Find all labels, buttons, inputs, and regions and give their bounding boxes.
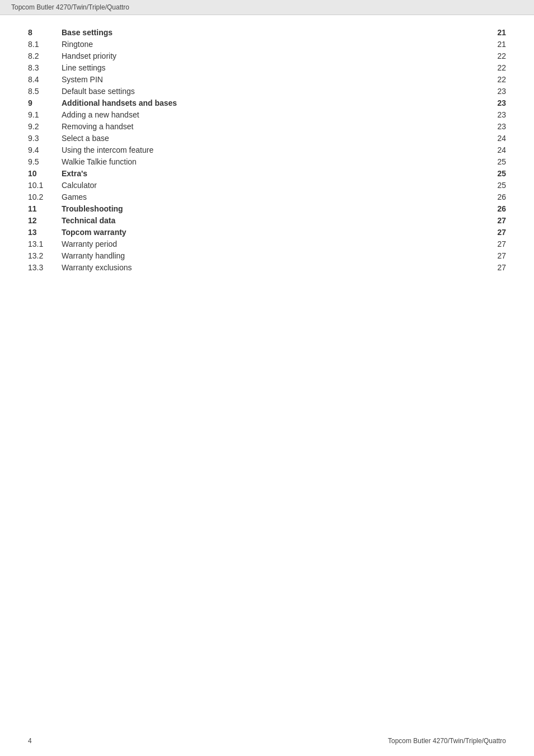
toc-row-number: 9.1	[28, 109, 62, 120]
toc-row-title: System PIN	[62, 73, 484, 85]
toc-row: 13.2Warranty handling27	[28, 250, 506, 261]
toc-row-number: 10.2	[28, 191, 62, 203]
toc-row: 8.1Ringtone21	[28, 38, 506, 50]
toc-row: 10.1Calculator25	[28, 179, 506, 191]
toc-row: 9.5Walkie Talkie function25	[28, 156, 506, 167]
toc-row: 12Technical data27	[28, 214, 506, 226]
toc-row-number: 9.4	[28, 144, 62, 156]
footer-title: Topcom Butler 4270/Twin/Triple/Quattro	[388, 737, 506, 745]
toc-row-number: 13	[28, 226, 62, 238]
toc-row-title: Using the intercom feature	[62, 144, 484, 156]
toc-row-number: 12	[28, 214, 62, 226]
toc-row-title: Base settings	[62, 26, 484, 38]
toc-row-title: Troubleshooting	[62, 203, 484, 214]
toc-row-title: Select a base	[62, 132, 484, 144]
toc-row-title: Games	[62, 191, 484, 203]
toc-row-page: 22	[484, 73, 506, 85]
toc-row-title: Warranty exclusions	[62, 261, 484, 273]
toc-row: 10.2Games26	[28, 191, 506, 203]
toc-row-page: 25	[484, 167, 506, 179]
toc-row-title: Warranty period	[62, 238, 484, 250]
toc-row-title: Topcom warranty	[62, 226, 484, 238]
toc-row: 11Troubleshooting26	[28, 203, 506, 214]
toc-row-page: 22	[484, 50, 506, 62]
toc-row-title: Removing a handset	[62, 120, 484, 132]
toc-row-number: 13.3	[28, 261, 62, 273]
toc-row-page: 23	[484, 120, 506, 132]
toc-row-page: 27	[484, 250, 506, 261]
toc-row-page: 23	[484, 97, 506, 109]
toc-row: 8Base settings21	[28, 26, 506, 38]
toc-row: 13.3Warranty exclusions27	[28, 261, 506, 273]
toc-row-page: 24	[484, 144, 506, 156]
toc-row-number: 9.3	[28, 132, 62, 144]
toc-row-number: 8.4	[28, 73, 62, 85]
toc-row-page: 27	[484, 214, 506, 226]
toc-row-page: 21	[484, 26, 506, 38]
toc-row: 13.1Warranty period27	[28, 238, 506, 250]
toc-row-number: 11	[28, 203, 62, 214]
toc-row-title: Default base settings	[62, 85, 484, 97]
toc-row-page: 26	[484, 203, 506, 214]
toc-row-page: 21	[484, 38, 506, 50]
toc-row-title: Ringtone	[62, 38, 484, 50]
toc-row-number: 13.1	[28, 238, 62, 250]
toc-row-title: Handset priority	[62, 50, 484, 62]
toc-row: 8.2Handset priority22	[28, 50, 506, 62]
footer: 4 Topcom Butler 4270/Twin/Triple/Quattro	[0, 737, 534, 745]
toc-row: 8.3Line settings22	[28, 62, 506, 73]
header-title: Topcom Butler 4270/Twin/Triple/Quattro	[11, 3, 129, 11]
toc-row-number: 13.2	[28, 250, 62, 261]
toc-row-page: 23	[484, 109, 506, 120]
toc-row-page: 25	[484, 156, 506, 167]
toc-row-title: Adding a new handset	[62, 109, 484, 120]
toc-row-title: Walkie Talkie function	[62, 156, 484, 167]
footer-page-number: 4	[28, 737, 32, 745]
toc-row-page: 25	[484, 179, 506, 191]
toc-row: 8.5Default base settings23	[28, 85, 506, 97]
toc-row-number: 10	[28, 167, 62, 179]
toc-row: 9.4Using the intercom feature24	[28, 144, 506, 156]
toc-table: 8Base settings218.1Ringtone218.2Handset …	[28, 26, 506, 273]
toc-row-page: 24	[484, 132, 506, 144]
toc-row: 9Additional handsets and bases23	[28, 97, 506, 109]
toc-row-number: 8.3	[28, 62, 62, 73]
toc-row-number: 9.2	[28, 120, 62, 132]
toc-row-number: 10.1	[28, 179, 62, 191]
toc-row-title: Calculator	[62, 179, 484, 191]
toc-row: 10Extra's25	[28, 167, 506, 179]
toc-row-page: 23	[484, 85, 506, 97]
toc-row-title: Warranty handling	[62, 250, 484, 261]
toc-row: 13Topcom warranty27	[28, 226, 506, 238]
toc-row-page: 26	[484, 191, 506, 203]
toc-row-number: 8.5	[28, 85, 62, 97]
toc-row: 9.1Adding a new handset23	[28, 109, 506, 120]
toc-row: 8.4System PIN22	[28, 73, 506, 85]
header-bar: Topcom Butler 4270/Twin/Triple/Quattro	[0, 0, 534, 15]
toc-row-title: Technical data	[62, 214, 484, 226]
toc-row-number: 9.5	[28, 156, 62, 167]
toc-row-page: 27	[484, 226, 506, 238]
toc-row-number: 9	[28, 97, 62, 109]
toc-row-number: 8.2	[28, 50, 62, 62]
toc-row: 9.3Select a base24	[28, 132, 506, 144]
toc-row-number: 8.1	[28, 38, 62, 50]
toc-row-title: Additional handsets and bases	[62, 97, 484, 109]
toc-row-title: Extra's	[62, 167, 484, 179]
toc-row-page: 27	[484, 261, 506, 273]
toc-row: 9.2Removing a handset23	[28, 120, 506, 132]
toc-row-number: 8	[28, 26, 62, 38]
toc-row-title: Line settings	[62, 62, 484, 73]
content-area: 8Base settings218.1Ringtone218.2Handset …	[0, 15, 534, 318]
toc-row-page: 27	[484, 238, 506, 250]
toc-row-page: 22	[484, 62, 506, 73]
